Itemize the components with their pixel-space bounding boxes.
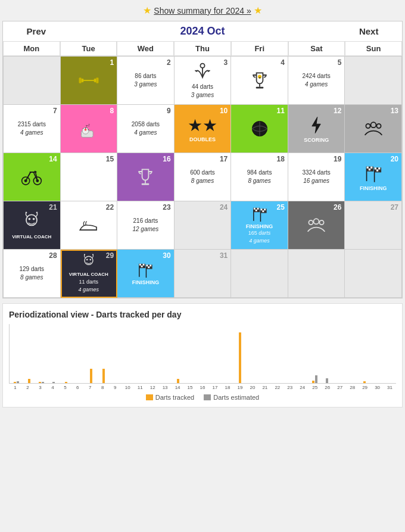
legend-tracked: Darts tracked <box>146 394 194 401</box>
cell-num-26: 26 <box>334 203 341 211</box>
cell-empty-6[interactable] <box>345 57 402 105</box>
trophy-icon: ★ <box>249 70 270 91</box>
virtualcoach-icon-21 <box>21 211 42 233</box>
cell-content-9: 2058 darts4 games <box>119 106 173 151</box>
cell-15[interactable]: 15 <box>61 153 118 201</box>
chart-day-label: 30 <box>371 385 384 390</box>
bike-icon <box>21 166 42 188</box>
cell-23[interactable]: 23 216 darts12 games <box>117 201 175 250</box>
chart-day-label: 2 <box>21 385 34 390</box>
svg-point-64 <box>320 220 324 225</box>
star-right-icon: ★ <box>254 5 262 15</box>
cell-26[interactable]: 26 <box>288 201 345 250</box>
chart-day-label: 21 <box>258 385 271 390</box>
header-thu: Thu <box>174 41 231 56</box>
cell-num-7: 7 <box>53 107 57 115</box>
cell-content-7: 2315 darts4 games <box>5 106 59 151</box>
shoe-icon <box>78 214 99 236</box>
chart-day-label: 13 <box>159 385 172 390</box>
cell-4[interactable]: 4 ★ <box>231 57 288 105</box>
svg-marker-23 <box>312 117 320 133</box>
cell-30[interactable]: 30 FINISHING <box>117 250 175 298</box>
cell-empty-s5[interactable] <box>288 250 345 298</box>
cell-9[interactable]: 9 2058 darts4 games <box>117 105 175 153</box>
svg-point-25 <box>366 124 370 128</box>
cell-num-10: 10 <box>220 107 228 115</box>
cell-20[interactable]: 20 FINISHING <box>345 153 402 201</box>
cell-25[interactable]: 25 FINISHING 165 darts4 games <box>231 201 288 250</box>
svg-rect-45 <box>376 169 378 171</box>
svg-rect-39 <box>366 167 368 169</box>
dumbbell-icon <box>78 70 99 91</box>
cell-2[interactable]: 2 86 darts3 games <box>117 57 175 105</box>
svg-point-48 <box>29 217 31 220</box>
chart-day-label: 18 <box>221 385 233 390</box>
chart-day-label: 11 <box>134 385 147 390</box>
cell-content-8: Z Z Z <box>62 106 116 151</box>
cell-num-20: 20 <box>391 155 398 163</box>
chart-day-label: 28 <box>346 385 359 390</box>
next-button[interactable]: Next <box>335 26 402 36</box>
bar-group <box>234 332 246 383</box>
cell-empty-27[interactable]: 27 <box>345 201 402 250</box>
cell-num-2: 2 <box>167 58 171 67</box>
cell-empty-31[interactable]: 31 <box>175 250 232 298</box>
legend-estimated-label: Darts estimated <box>213 394 259 401</box>
cell-14[interactable]: 14 <box>4 153 61 201</box>
cell-10[interactable]: 10 ★★ DOUBLES <box>175 105 232 153</box>
cell-29[interactable]: 29 VIRTUAL COACH 11 darts4 games <box>61 250 118 298</box>
bar-orange <box>39 382 41 383</box>
virtualcoach-label-29: VIRTUAL COACH <box>69 272 108 277</box>
cell-empty-f5[interactable] <box>231 250 288 298</box>
cell-num-25: 25 <box>276 203 284 211</box>
cell-21[interactable]: 21 VIRTUAL COACH <box>4 201 61 250</box>
chart-day-label: 16 <box>197 385 209 390</box>
svg-rect-74 <box>143 264 145 266</box>
cell-12[interactable]: 12 SCORING <box>288 105 345 153</box>
cell-13[interactable]: 13 <box>345 105 402 153</box>
header-fri: Fri <box>231 41 288 56</box>
bar-orange <box>14 382 16 383</box>
cell-8[interactable]: 8 Z Z Z <box>61 105 118 153</box>
chart-title: Periodizational view - Darts tracked per… <box>9 310 396 319</box>
legend-tracked-label: Darts tracked <box>155 394 194 401</box>
cell-7[interactable]: 7 2315 darts4 games <box>4 105 61 153</box>
bar-orange <box>363 381 366 383</box>
summary-link[interactable]: Show summary for 2024 » <box>154 6 251 15</box>
cell-18[interactable]: 18 984 darts8 games <box>231 153 288 201</box>
svg-point-24 <box>370 122 376 127</box>
calendar-grid: 1 2 86 darts3 games 3 <box>3 56 402 298</box>
bar-orange <box>239 332 241 383</box>
cell-num-17: 17 <box>220 155 228 163</box>
cell-empty-su5[interactable] <box>345 250 402 298</box>
cell-num-4: 4 <box>281 58 285 67</box>
bar-group <box>98 369 110 383</box>
bar-group <box>85 369 97 383</box>
cell-text-28: 129 darts8 games <box>19 265 44 282</box>
cell-empty-24[interactable]: 24 <box>175 201 232 250</box>
cell-19[interactable]: 19 3324 darts16 games <box>288 153 345 201</box>
chart-day-label: 5 <box>59 385 71 390</box>
svg-rect-54 <box>253 208 255 210</box>
cell-22[interactable]: 22 <box>61 201 118 250</box>
chart-day-label: 6 <box>71 385 84 390</box>
cell-17[interactable]: 17 600 darts8 games <box>175 153 232 201</box>
cell-num-15: 15 <box>106 155 114 163</box>
cell-3[interactable]: 3 44 darts3 games <box>175 57 232 105</box>
cell-11[interactable]: 11 <box>231 105 288 153</box>
cell-1[interactable]: 1 <box>61 57 118 105</box>
cell-empty-1[interactable] <box>4 57 61 105</box>
cell-num-14: 14 <box>49 155 57 163</box>
svg-point-33 <box>24 179 27 182</box>
cell-content-2: 86 darts3 games <box>119 58 173 103</box>
cell-5[interactable]: 5 2424 darts4 games <box>288 57 345 105</box>
svg-rect-44 <box>374 167 376 169</box>
legend-tracked-dot <box>146 394 153 400</box>
prev-button[interactable]: Prev <box>3 26 70 36</box>
svg-rect-56 <box>257 208 258 210</box>
cell-28[interactable]: 28 129 darts8 games <box>4 250 61 298</box>
cell-16[interactable]: 16 <box>117 153 175 201</box>
finish-flags-icon-20 <box>363 163 384 184</box>
chart-day-label: 15 <box>184 385 197 390</box>
cell-num-16: 16 <box>163 155 170 163</box>
